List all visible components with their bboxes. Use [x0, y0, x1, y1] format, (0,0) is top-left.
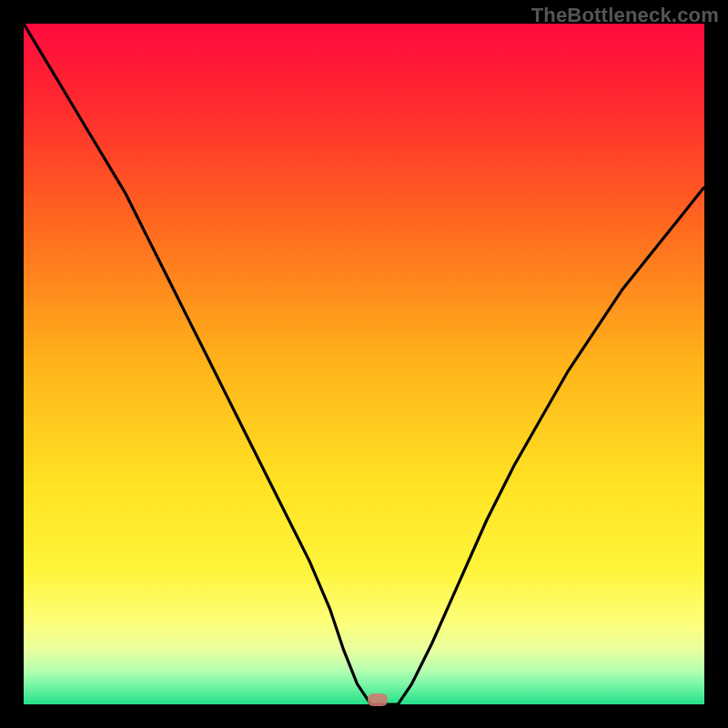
chart-overlay	[24, 24, 704, 704]
watermark-text: TheBottleneck.com	[531, 4, 719, 27]
optimum-marker	[368, 693, 388, 706]
chart-frame: TheBottleneck.com	[0, 0, 728, 728]
bottleneck-curve	[24, 24, 704, 704]
